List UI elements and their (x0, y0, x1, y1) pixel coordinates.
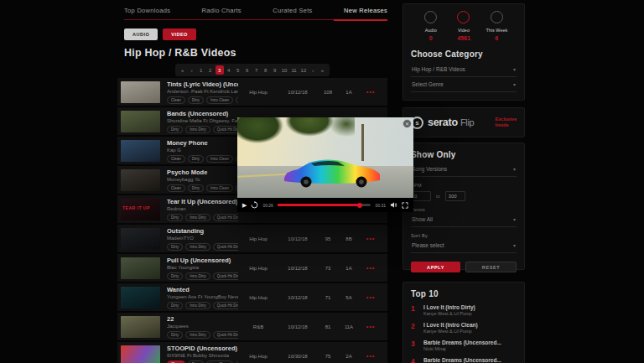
stat-circle-icon[interactable] (424, 11, 437, 23)
page-button-8[interactable]: 8 (262, 65, 270, 75)
version-tag[interactable]: Quick Hit Dirty (213, 302, 238, 309)
video-thumbnail[interactable] (121, 345, 160, 363)
version-tag[interactable]: Intro Clean (206, 155, 233, 163)
track-title[interactable]: Wanted (167, 286, 238, 293)
version-tag[interactable]: Intro Clean (206, 184, 233, 192)
version-tag[interactable]: Clean (167, 96, 185, 104)
page-first-button[interactable]: « (179, 65, 187, 75)
serato-flip-banner[interactable]: s serato Flip Exclusive Inside (402, 107, 525, 137)
version-tag[interactable]: Dirty (167, 243, 183, 251)
page-next-button[interactable]: › (309, 65, 317, 75)
bpm-max-input[interactable] (445, 191, 465, 201)
track-title[interactable]: Tints (Lyric Video) (Uncensored) (167, 80, 238, 88)
top10-item[interactable]: 2 I Love It (Intro Clean) Kanye West & L… (411, 322, 517, 334)
page-button-11[interactable]: 11 (289, 65, 298, 75)
version-tag[interactable]: Dirty (167, 214, 183, 221)
video-screen[interactable]: ✕ (237, 117, 413, 198)
stat-circle-icon[interactable] (457, 11, 470, 23)
reset-button[interactable]: RESET (465, 262, 517, 272)
more-options-icon[interactable]: ••• (359, 89, 382, 95)
table-row[interactable]: Wanted Yungeen Ace Ft YoungBoy Never Bro… (117, 283, 387, 311)
video-thumbnail[interactable] (121, 257, 160, 279)
fullscreen-icon[interactable] (402, 202, 408, 209)
stat-this-week[interactable]: This Week 6 (480, 11, 513, 41)
video-button[interactable]: VIDEO (163, 29, 196, 40)
version-tag[interactable]: Intro Dirty (185, 243, 210, 251)
version-tag[interactable]: Intro Dirty (236, 96, 238, 104)
remix-dropdown[interactable]: Show All ▾ (411, 212, 517, 227)
top10-item[interactable]: 3 Barbie Dreams (Uncensored... Nicki Min… (411, 340, 517, 351)
table-row[interactable]: 22 Jacquees DirtyIntro DirtyQuick Hit Di… (117, 313, 387, 340)
version-tag[interactable]: Dirty (188, 184, 204, 192)
video-thumbnail[interactable] (121, 81, 160, 103)
page-button-2[interactable]: 2 (206, 65, 215, 75)
track-title[interactable]: Psycho Mode (167, 169, 238, 176)
track-title[interactable]: Bands (Uncensored) (167, 110, 238, 117)
top10-title[interactable]: Barbie Dreams (Uncensored... (423, 357, 501, 363)
top10-item[interactable]: 4 Barbie Dreams (Uncensored... Nicki Min… (411, 357, 517, 363)
play-icon[interactable]: ▶ (242, 202, 247, 209)
table-row[interactable]: STOOPID (Uncensored) 6IX9INE Ft Bobby Sh… (117, 342, 387, 363)
version-tag[interactable]: Quick Hit Dirty (213, 126, 238, 133)
category-dropdown[interactable]: Hip Hop / R&B Videos ▾ (411, 62, 517, 77)
nav-item-top-downloads[interactable]: Top Downloads (124, 7, 170, 14)
version-tag[interactable]: Quick Hit Dirty (213, 243, 238, 251)
page-button-1[interactable]: 1 (197, 65, 205, 75)
track-title[interactable]: Money Phone (167, 139, 238, 147)
version-tag[interactable]: Intro Clean (206, 96, 233, 104)
version-tag[interactable]: Dirty (167, 331, 183, 339)
more-options-icon[interactable]: ••• (359, 294, 382, 300)
version-tag[interactable]: Dirty (188, 96, 204, 104)
more-options-icon[interactable]: ••• (359, 324, 382, 329)
track-title[interactable]: Outstanding (167, 227, 238, 235)
version-tag[interactable]: Dirty (188, 155, 204, 163)
page-button-6[interactable]: 6 (243, 65, 252, 75)
video-thumbnail[interactable]: TEAR IT UP (121, 199, 160, 220)
genre-dropdown[interactable]: Select Genre ▾ (411, 77, 517, 92)
version-tag[interactable]: Dirty (167, 126, 183, 133)
page-button-9[interactable]: 9 (271, 65, 279, 75)
version-tag[interactable]: Clean (167, 184, 185, 192)
top10-title[interactable]: I Love It (Intro Dirty) (423, 304, 475, 310)
track-title[interactable]: Pull Up (Uncensored) (167, 257, 238, 264)
version-tag[interactable]: Intro Dirty (185, 302, 210, 309)
page-prev-button[interactable]: ‹ (188, 65, 196, 75)
version-tag[interactable]: Quick Hit Dirty (213, 214, 238, 221)
version-tag[interactable]: Clean (167, 155, 185, 163)
version-tag[interactable]: Intro Clean (206, 360, 233, 363)
nav-item-new-releases[interactable]: New Releases (344, 7, 387, 14)
sort-by-dropdown[interactable]: Please select ▾ (411, 238, 517, 253)
track-title[interactable]: STOOPID (Uncensored) (167, 345, 238, 352)
volume-icon[interactable] (390, 201, 397, 209)
more-options-icon[interactable]: ••• (359, 236, 382, 241)
track-title[interactable]: 22 (167, 315, 238, 323)
version-tag[interactable]: Intro Dirty (185, 126, 210, 133)
version-tag[interactable]: Intro Dirty (236, 360, 238, 363)
stat-video[interactable]: Video 4561 (447, 11, 480, 41)
more-options-icon[interactable]: ••• (359, 265, 382, 271)
video-thumbnail[interactable] (121, 287, 160, 309)
page-last-button[interactable]: » (318, 65, 326, 75)
nav-item-curated-sets[interactable]: Curated Sets (273, 7, 312, 14)
bpm-min-input[interactable] (411, 191, 431, 201)
stat-audio[interactable]: Audio 0 (414, 11, 447, 41)
version-tag[interactable]: Dirty (167, 272, 183, 280)
page-button-10[interactable]: 10 (280, 65, 289, 75)
version-tag[interactable]: Clean (167, 360, 185, 363)
apply-button[interactable]: APPLY (411, 262, 460, 272)
version-tag[interactable]: Intro Dirty (185, 331, 210, 339)
top10-item[interactable]: 1 I Love It (Intro Dirty) Kanye West & L… (411, 304, 517, 316)
video-thumbnail[interactable] (121, 169, 160, 191)
top10-title[interactable]: I Love It (Intro Clean) (423, 322, 478, 328)
video-thumbnail[interactable] (121, 228, 160, 250)
stat-circle-icon[interactable] (491, 11, 503, 23)
page-button-7[interactable]: 7 (252, 65, 261, 75)
page-button-3[interactable]: 3 (216, 65, 224, 75)
audio-button[interactable]: AUDIO (124, 29, 158, 40)
replay-icon[interactable] (251, 201, 258, 209)
page-button-4[interactable]: 4 (225, 65, 233, 75)
table-row[interactable]: Pull Up (Uncensored) Blac Youngsta Dirty… (117, 254, 387, 282)
table-row[interactable]: Tints (Lyric Video) (Uncensored) Anderso… (117, 78, 387, 106)
video-thumbnail[interactable] (121, 111, 160, 132)
version-tag[interactable]: Quick Hit Dirty (213, 331, 238, 339)
